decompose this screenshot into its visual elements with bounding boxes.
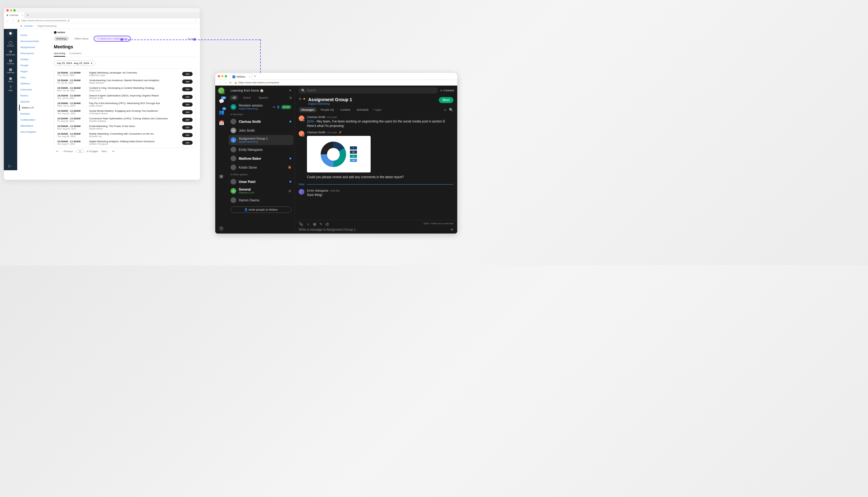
mention-at-icon[interactable]: @ [326,222,329,226]
tab-support[interactable]: Support [187,37,196,40]
join-button[interactable]: Join [182,72,193,76]
join-button[interactable]: Join [182,95,193,99]
browser-tab-webex[interactable]: Webex × [230,73,252,80]
tab-classroom-collaboration[interactable]: ↗ Classroom Collaboration [94,36,131,42]
minimize-window-icon[interactable] [10,9,12,12]
filter-spaces[interactable]: Spaces [256,95,271,100]
sidemenu-item[interactable]: Files [19,74,51,81]
prev-page-button[interactable]: ‹ Previous [62,150,74,152]
space-subtitle[interactable]: Digital Marketing [308,102,352,105]
attach-icon[interactable]: 📎 [299,222,303,226]
rail-calendar[interactable]: ▦Calendar [4,66,17,75]
search-in-space-icon[interactable]: 🔍 [449,108,453,112]
tab-people[interactable]: People (6) [318,107,336,112]
url-text[interactable]: https://www.canvas.com/courses/webex_lti [21,19,194,22]
gif-icon[interactable]: ▦ [313,222,316,226]
sidebar-item[interactable]: G General Statistics 204 @ [228,186,294,196]
join-button[interactable]: Join [182,102,193,106]
gear-icon[interactable]: ⚙ [299,97,302,101]
rail-apps-icon[interactable]: ⊞ [218,173,225,180]
rail-chat-icon[interactable]: 💬20 [218,98,225,105]
forward-icon[interactable]: → [224,81,227,84]
self-status[interactable]: Learning from home 🏠 [231,89,264,92]
sidebar-item[interactable]: Umar Patel [228,177,294,186]
date-range-selector[interactable]: July 25, 2024 - Aug 25, 2024 [54,60,95,66]
subtab-upcoming[interactable]: Upcoming [54,52,65,57]
sidemenu-item[interactable]: Rubics [19,93,51,99]
first-page-icon[interactable]: ≪ [55,150,59,153]
attached-image[interactable]: A MZ CD OR [307,136,371,172]
sidemenu-item[interactable]: New Analytics [19,129,51,135]
next-page-button[interactable]: Next › [101,150,109,152]
sidemenu-item[interactable]: People [19,62,51,68]
join-button[interactable]: Join [182,141,193,145]
search-input[interactable]: 🔍 [298,87,438,94]
minimize-window-icon[interactable] [221,75,223,77]
filter-direct[interactable]: Direct [241,95,253,100]
sidemenu-item[interactable]: Syllabus [19,81,51,87]
tab-apps[interactable]: + Apps [373,108,382,111]
sidemenu-item[interactable]: Grades [19,56,51,62]
send-icon[interactable]: ➤ [451,227,453,232]
rail-teams-icon[interactable]: 👥1 [218,109,225,115]
hamburger-icon[interactable]: ≡ [20,24,22,28]
maximize-window-icon[interactable] [13,9,16,12]
share-icon[interactable]: ⎋ [444,108,446,112]
rail-help[interactable]: ?Help [4,84,17,93]
tab-messages[interactable]: Messages [299,107,317,112]
add-space-icon[interactable]: + [289,88,291,93]
collapse-rail-icon[interactable]: |← [9,164,13,168]
tab-meetings[interactable]: Meetings [54,36,69,41]
sidemenu-item[interactable]: Pages [19,68,51,74]
sidebar-item[interactable]: Clarissa Smith [228,117,294,126]
sidemenu-item[interactable]: Quizzes [19,99,51,105]
last-page-icon[interactable]: ≫ [111,150,115,153]
rail-courses[interactable]: ▤Courses [4,57,17,66]
breadcrumb-root[interactable]: Canvas [24,25,33,27]
sidemenu-item[interactable]: Home [19,32,51,38]
sidemenu-item[interactable]: Discussions [19,50,51,56]
filter-all[interactable]: All [230,95,238,100]
sidemenu-item[interactable]: Webex LTI [19,105,51,111]
sidemenu-item[interactable]: Collaboration [19,117,51,123]
subtab-completed[interactable]: Completed [69,52,82,57]
rail-inbox[interactable]: ▣Inbox [4,75,17,84]
join-button[interactable]: Join [182,80,193,84]
reload-icon[interactable]: ⟳ [229,81,232,84]
rail-dashboard[interactable]: ◔Dashboard [4,48,17,57]
close-tab-icon[interactable]: × [22,14,23,16]
close-window-icon[interactable] [6,9,9,12]
tab-schedule[interactable]: Schedule [354,107,371,112]
sidebar-item[interactable]: Matthew Baker [228,154,294,163]
composer-placeholder[interactable]: Write a message to Assignment Group 1 [299,228,448,231]
sidebar-item-revision[interactable]: G Revision session Digital Marketing 45👤… [228,102,294,112]
invite-people-button[interactable]: 👤 Invite people to Webex [231,207,291,213]
sidemenu-item[interactable]: Outcomes [19,87,51,93]
sidemenu-item[interactable]: Announcements [19,38,51,44]
connect-button[interactable]: ⎋Connect [440,89,454,92]
sidemenu-item[interactable]: Modules [19,111,51,117]
back-icon[interactable]: ← [218,81,221,84]
sidebar-item[interactable]: JS John Smith [228,126,294,135]
maximize-window-icon[interactable] [225,75,227,77]
rail-account[interactable]: ◯Account [4,39,17,48]
emoji-icon[interactable]: ☺ [306,222,310,226]
sidemenu-item[interactable]: Assignments [19,44,51,50]
url-text[interactable]: https://www.web.webex.com/spaces [238,81,454,84]
join-button[interactable]: Join [182,110,193,114]
tab-office-hours[interactable]: Office Hours [72,36,91,41]
close-tab-icon[interactable]: × [249,75,251,78]
join-button[interactable]: Join [182,133,193,137]
self-avatar[interactable] [218,87,224,94]
filter-settings-icon[interactable]: ⚙ [289,96,292,100]
tab-content[interactable]: Content [338,107,353,112]
star-icon[interactable]: ★ [303,97,306,101]
meet-button[interactable]: Meet [439,97,453,103]
url-menu-icon[interactable]: ⋮ [194,19,197,22]
back-icon[interactable]: ← [6,19,9,22]
close-window-icon[interactable] [218,75,220,77]
browser-tab-canvas[interactable]: ◈ Canvas × [4,12,25,18]
sidebar-item[interactable]: Darren Owens [228,196,294,204]
sidebar-item[interactable]: Kristin Stone 🔕 [228,163,294,172]
page-input[interactable] [77,150,84,153]
